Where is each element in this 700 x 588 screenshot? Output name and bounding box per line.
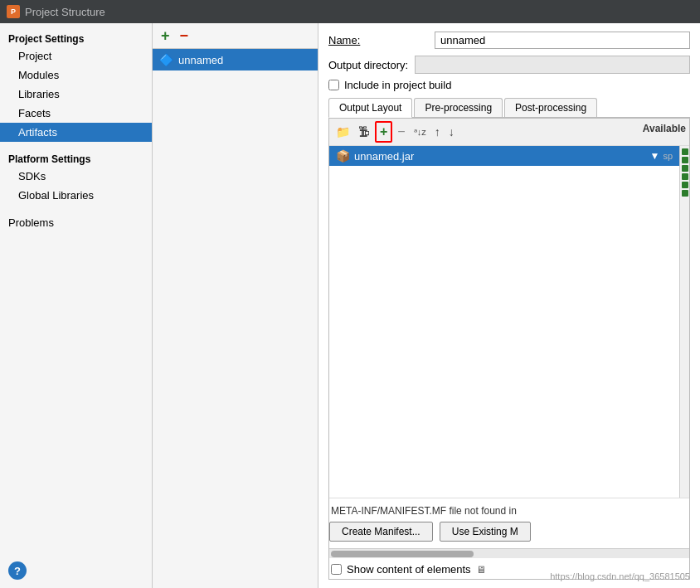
scrollbar-thumb [331,551,474,557]
sidebar-item-facets[interactable]: Facets [0,104,152,123]
scroll-tick [682,157,688,163]
create-manifest-button[interactable]: Create Manifest... [329,522,433,542]
artifact-item-label: unnamed [178,54,223,66]
bottom-area: META-INF/MANIFEST.MF file not found in C… [329,498,689,579]
artifact-toolbar: + − [153,23,318,49]
tree-item-label: unnamed.jar [354,150,414,163]
output-dir-row: Output directory: [328,56,690,74]
use-existing-button[interactable]: Use Existing M [440,522,531,542]
available-label: Available [643,123,686,134]
remove-artifact-button[interactable]: − [177,27,192,45]
tab-pre-processing[interactable]: Pre-processing [414,98,503,117]
show-content-checkbox[interactable] [331,564,342,575]
sidebar-item-global-libraries[interactable]: Global Libraries [0,186,152,205]
output-layout-content: 📁 🗜 + − ᵃ↓z ↑ ↓ Available 📦 unnamed.jar … [328,118,690,580]
help-button[interactable]: ? [8,561,27,580]
move-up-button[interactable]: ↑ [431,124,444,140]
remove-element-button[interactable]: − [394,123,408,141]
move-down-button[interactable]: ↓ [445,124,458,140]
include-build-row: Include in project build [328,79,690,91]
scroll-tick [682,190,688,197]
tab-post-processing[interactable]: Post-processing [504,98,597,117]
sidebar-item-libraries[interactable]: Libraries [0,85,152,104]
scroll-tick [682,182,688,188]
sidebar: Project Settings Project Modules Librari… [0,23,153,588]
artifact-item-icon: 🔷 [159,53,173,66]
name-label: Name: [328,34,428,46]
sidebar-item-modules[interactable]: Modules [0,66,152,85]
manifest-warning: META-INF/MANIFEST.MF file not found in [329,505,689,517]
output-dir-value[interactable] [415,56,690,74]
output-toolbar: 📁 🗜 + − ᵃ↓z ↑ ↓ Available [329,119,689,146]
add-element-button[interactable]: + [375,121,392,143]
output-dir-label: Output directory: [328,59,408,71]
tabs-bar: Output Layout Pre-processing Post-proces… [328,98,690,118]
window-title: Project Structure [25,6,105,18]
sidebar-item-problems[interactable]: Problems [0,213,152,232]
sidebar-item-artifacts[interactable]: Artifacts [0,123,152,142]
tree-item-unnamed-jar[interactable]: 📦 unnamed.jar ▼ sp [329,146,679,166]
sidebar-item-project[interactable]: Project [0,46,152,66]
manifest-buttons: Create Manifest... Use Existing M [329,522,689,542]
dropdown-arrow[interactable]: ▼ [649,150,659,162]
tree-item-sp: sp [663,151,673,161]
help-area: ? [8,561,27,580]
show-content-icon: 🖥 [476,564,486,576]
include-build-label: Include in project build [344,79,451,91]
horizontal-scrollbar[interactable] [329,548,689,558]
artifact-list-panel: + − 🔷 unnamed [153,23,318,588]
include-build-checkbox[interactable] [328,80,339,90]
tab-output-layout[interactable]: Output Layout [328,98,412,118]
archive-icon-btn[interactable]: 🗜 [355,124,373,140]
scroll-tick [682,173,688,180]
add-artifact-button[interactable]: + [158,27,173,45]
watermark: https://blog.csdn.net/qq_36581505 [550,571,690,581]
show-content-label: Show content of elements [347,563,471,576]
artifact-item-unnamed[interactable]: 🔷 unnamed [153,49,318,70]
artifact-list: 🔷 unnamed [153,49,318,588]
name-input[interactable] [435,32,690,49]
scroll-tick [682,165,688,172]
app-icon: P [7,5,20,18]
sort-button[interactable]: ᵃ↓z [411,125,430,139]
platform-settings-section: Platform Settings [0,150,152,167]
output-tree: 📦 unnamed.jar ▼ sp [329,146,679,498]
title-bar: P Project Structure [0,0,700,23]
project-settings-section: Project Settings [0,30,152,46]
folder-icon-btn[interactable]: 📁 [333,124,353,140]
right-scroll-bar [679,146,689,498]
name-row: Name: [328,32,690,49]
jar-icon: 📦 [336,149,350,163]
sidebar-item-sdks[interactable]: SDKs [0,167,152,186]
scroll-tick [682,148,688,155]
right-panel: Name: Output directory: Include in proje… [318,23,700,588]
